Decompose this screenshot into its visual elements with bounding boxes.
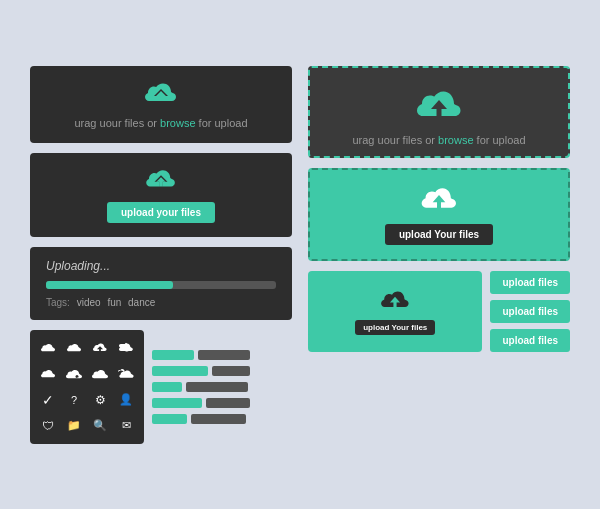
- bar-dark-1: [198, 350, 250, 360]
- drag-drop-text-1: urag uour files or browse for upload: [74, 117, 247, 129]
- main-container: urag uour files or browse for upload upl…: [10, 46, 590, 464]
- question-icon: ?: [64, 390, 84, 410]
- cloud-icon-6: [116, 364, 136, 384]
- bar-dark-5: [191, 414, 246, 424]
- tag-video: video: [77, 297, 101, 308]
- bar-row-5: [152, 414, 250, 424]
- cloud-icon-2: [64, 338, 84, 358]
- uploading-label: Uploading...: [46, 259, 276, 273]
- cloud-icon-3: [38, 364, 58, 384]
- cloud-upload-icon-right-3: [381, 288, 409, 316]
- upload-your-files-button-3[interactable]: upload Your files: [355, 320, 435, 335]
- progress-bar-fill: [46, 281, 173, 289]
- bar-row-1: [152, 350, 250, 360]
- icon-grid: + ✓ ? ⚙ 👤 🛡 📁 🔍 ✉: [30, 330, 144, 444]
- mail-icon: ✉: [116, 416, 136, 436]
- search-icon-small: 🔍: [90, 416, 110, 436]
- browse-link-1[interactable]: browse: [160, 117, 195, 129]
- user-icon: 👤: [116, 390, 136, 410]
- upload-files-button-1[interactable]: upload files: [490, 271, 570, 294]
- cloud-upload-icon-right-1: [417, 86, 461, 128]
- cloud-upload-icon-2: [146, 167, 176, 196]
- bar-dark-4: [206, 398, 250, 408]
- upload-button-card-1: upload Your files: [30, 153, 292, 237]
- bar-teal-4: [152, 398, 202, 408]
- bar-teal-5: [152, 414, 187, 424]
- cloud-icon-1: [38, 338, 58, 358]
- tags-row: Tags: video fun dance: [46, 297, 276, 308]
- tag-dance: dance: [128, 297, 155, 308]
- bottom-left-section: + ✓ ? ⚙ 👤 🛡 📁 🔍 ✉: [30, 330, 292, 444]
- bar-teal-1: [152, 350, 194, 360]
- cloud-icon-5: [90, 364, 110, 384]
- shield-icon: 🛡: [38, 416, 58, 436]
- tag-fun: fun: [107, 297, 121, 308]
- tags-label: Tags:: [46, 297, 70, 308]
- settings-icon: ⚙: [90, 390, 110, 410]
- progress-bars-section: [152, 330, 250, 444]
- upload-your-files-button-1[interactable]: upload Your files: [107, 202, 215, 223]
- bar-row-2: [152, 366, 250, 376]
- bar-row-3: [152, 382, 250, 392]
- bar-teal-2: [152, 366, 208, 376]
- cloud-upload-icon-right-2: [421, 184, 457, 218]
- bar-dark-2: [212, 366, 250, 376]
- progress-bar-background: [46, 281, 276, 289]
- upload-your-files-button-2[interactable]: upload Your files: [385, 224, 493, 245]
- small-upload-card: upload Your files: [308, 271, 482, 352]
- cloud-upload-icon-small-1: [90, 338, 110, 358]
- right-column: urag uour files or browse for upload upl…: [308, 66, 570, 444]
- browse-link-right-1[interactable]: browse: [438, 134, 473, 146]
- teal-upload-card: upload Your files: [308, 168, 570, 261]
- bar-teal-3: [152, 382, 182, 392]
- cloud-upload-icon-1: [145, 80, 177, 111]
- checkmark-icon: ✓: [38, 390, 58, 410]
- upload-files-button-3[interactable]: upload files: [490, 329, 570, 352]
- dashed-drag-drop-card-1: urag uour files or browse for upload: [308, 66, 570, 158]
- right-bottom-row: upload Your files upload files upload fi…: [308, 271, 570, 352]
- cloud-download-icon-1: [116, 338, 136, 358]
- drag-drop-card-1: urag uour files or browse for upload: [30, 66, 292, 143]
- upload-files-buttons-container: upload files upload files upload files: [490, 271, 570, 352]
- cloud-icon-4: +: [64, 364, 84, 384]
- drag-drop-text-right-1: urag uour files or browse for upload: [352, 134, 525, 146]
- bar-row-4: [152, 398, 250, 408]
- folder-icon: 📁: [64, 416, 84, 436]
- bar-dark-3: [186, 382, 248, 392]
- left-column: urag uour files or browse for upload upl…: [30, 66, 292, 444]
- progress-card: Uploading... Tags: video fun dance: [30, 247, 292, 320]
- upload-files-button-2[interactable]: upload files: [490, 300, 570, 323]
